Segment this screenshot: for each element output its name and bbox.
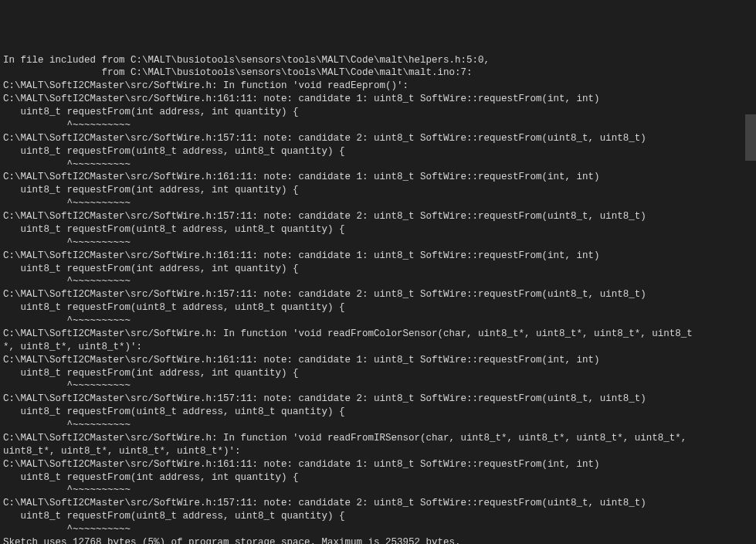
console-line: uint8_t requestFrom(uint8_t address, uin… <box>3 301 753 314</box>
console-line: ^~~~~~~~~~~ <box>3 379 753 393</box>
console-line: uint8_t requestFrom(uint8_t address, uin… <box>3 406 753 419</box>
console-line: ^~~~~~~~~~~ <box>3 197 753 210</box>
console-line: C:\MALT\SoftI2CMaster\src/SoftWire.h:161… <box>3 93 753 106</box>
console-line: uint8_t requestFrom(uint8_t address, uin… <box>3 223 753 236</box>
console-line: C:\MALT\SoftI2CMaster\src/SoftWire.h:157… <box>3 210 753 223</box>
console-line: Sketch uses 12768 bytes (5%) of program … <box>3 536 753 544</box>
console-line: uint8_t*, uint8_t*, uint8_t*, uint8_t*)'… <box>3 445 753 458</box>
console-line: C:\MALT\SoftI2CMaster\src/SoftWire.h:157… <box>3 393 753 406</box>
console-line: C:\MALT\SoftI2CMaster\src/SoftWire.h:157… <box>3 288 753 301</box>
console-line: ^~~~~~~~~~~ <box>3 523 753 536</box>
console-line: In file included from C:\MALT\busiotools… <box>3 54 753 67</box>
console-line: uint8_t requestFrom(int address, int qua… <box>3 106 753 119</box>
console-line: uint8_t requestFrom(int address, int qua… <box>3 471 753 484</box>
console-line: ^~~~~~~~~~~ <box>3 484 753 497</box>
console-line: uint8_t requestFrom(int address, int qua… <box>3 367 753 380</box>
console-line: C:\MALT\SoftI2CMaster\src/SoftWire.h: In… <box>3 328 753 341</box>
scrollbar-thumb[interactable] <box>745 114 756 161</box>
console-line: C:\MALT\SoftI2CMaster\src/SoftWire.h:161… <box>3 458 753 471</box>
console-line: ^~~~~~~~~~~ <box>3 119 753 132</box>
console-line: ^~~~~~~~~~~ <box>3 314 753 328</box>
console-line: C:\MALT\SoftI2CMaster\src/SoftWire.h:161… <box>3 354 753 367</box>
console-line: ^~~~~~~~~~~ <box>3 419 753 432</box>
console-line: uint8_t requestFrom(int address, int qua… <box>3 263 753 276</box>
console-line: ^~~~~~~~~~~ <box>3 158 753 172</box>
console-output: In file included from C:\MALT\busiotools… <box>3 54 753 545</box>
console-line: uint8_t requestFrom(int address, int qua… <box>3 184 753 197</box>
console-line: C:\MALT\SoftI2CMaster\src/SoftWire.h: In… <box>3 80 753 93</box>
console-line: uint8_t requestFrom(uint8_t address, uin… <box>3 510 753 523</box>
console-line: ^~~~~~~~~~~ <box>3 236 753 250</box>
console-line: ^~~~~~~~~~~ <box>3 275 753 288</box>
console-line: C:\MALT\SoftI2CMaster\src/SoftWire.h:161… <box>3 250 753 263</box>
console-line: from C:\MALT\busiotools\sensors\tools\MA… <box>3 66 753 80</box>
console-line: C:\MALT\SoftI2CMaster\src/SoftWire.h:157… <box>3 132 753 145</box>
console-line: C:\MALT\SoftI2CMaster\src/SoftWire.h:161… <box>3 171 753 184</box>
console-line: *, uint8_t*, uint8_t*)': <box>3 341 753 354</box>
console-line: C:\MALT\SoftI2CMaster\src/SoftWire.h:157… <box>3 497 753 510</box>
scrollbar-track[interactable] <box>745 0 756 544</box>
console-line: uint8_t requestFrom(uint8_t address, uin… <box>3 145 753 158</box>
console-line: C:\MALT\SoftI2CMaster\src/SoftWire.h: In… <box>3 432 753 445</box>
